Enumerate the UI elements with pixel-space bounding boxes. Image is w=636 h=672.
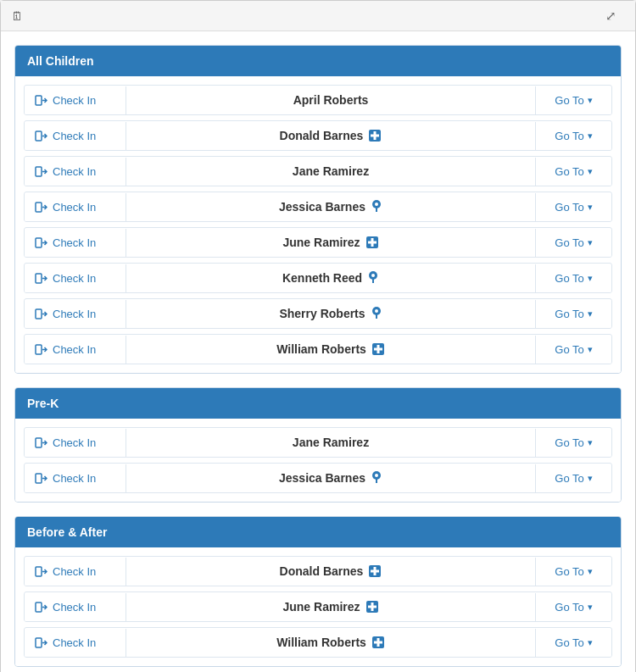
- checkin-button[interactable]: Check In: [25, 229, 126, 257]
- goto-label: Go To: [555, 436, 583, 449]
- checkin-label: Check In: [53, 565, 96, 578]
- name-text: Jane Ramirez: [293, 436, 369, 449]
- checkin-button[interactable]: Check In: [25, 593, 126, 621]
- pin-badge-icon: [371, 307, 382, 320]
- goto-button[interactable]: Go To ▾: [535, 86, 611, 114]
- person-name: Donald Barnes: [126, 557, 535, 586]
- login-icon: [35, 130, 47, 142]
- checkin-label: Check In: [53, 201, 96, 214]
- chevron-down-icon: ▾: [588, 437, 593, 448]
- checkin-button[interactable]: Check In: [25, 300, 126, 328]
- svg-rect-51: [36, 638, 42, 647]
- svg-point-28: [375, 309, 378, 313]
- name-text: June Ramirez: [282, 236, 360, 249]
- goto-label: Go To: [555, 236, 583, 249]
- goto-button[interactable]: Go To ▾: [535, 193, 611, 221]
- goto-button[interactable]: Go To ▾: [535, 158, 611, 186]
- title-bar-controls: ⤢: [597, 8, 625, 24]
- goto-button[interactable]: Go To ▾: [535, 593, 611, 621]
- goto-label: Go To: [555, 272, 583, 285]
- goto-button[interactable]: Go To ▾: [535, 558, 611, 586]
- goto-label: Go To: [555, 201, 583, 214]
- checkin-label: Check In: [53, 601, 96, 614]
- goto-button[interactable]: Go To ▾: [535, 429, 611, 457]
- goto-label: Go To: [555, 565, 583, 578]
- chevron-down-icon: ▾: [588, 602, 593, 613]
- name-text: Jessica Barnes: [279, 200, 365, 214]
- svg-rect-7: [36, 167, 42, 176]
- goto-label: Go To: [555, 636, 583, 649]
- svg-point-23: [371, 274, 375, 277]
- person-name: Jane Ramirez: [126, 428, 535, 457]
- goto-button[interactable]: Go To ▾: [535, 264, 611, 292]
- svg-rect-9: [36, 203, 42, 212]
- svg-rect-29: [36, 345, 42, 354]
- goto-label: Go To: [555, 94, 583, 107]
- pin-badge-icon: [367, 271, 379, 285]
- goto-button[interactable]: Go To ▾: [535, 464, 611, 492]
- checkin-button[interactable]: Check In: [25, 264, 126, 292]
- name-text: William Roberts: [276, 342, 366, 356]
- goto-button[interactable]: Go To ▾: [535, 300, 611, 328]
- svg-rect-41: [36, 567, 42, 576]
- table-row: Check In Donald Barnes Go To ▾: [24, 120, 612, 151]
- checkin-button[interactable]: Check In: [25, 158, 126, 186]
- table-row: Check In Sherry Roberts Go To ▾: [24, 298, 612, 329]
- goto-button[interactable]: Go To ▾: [535, 229, 611, 257]
- table-row: Check In Kenneth Reed Go To ▾: [24, 263, 612, 293]
- expand-icon[interactable]: ⤢: [605, 8, 616, 24]
- med-badge-icon: [365, 600, 379, 614]
- checkin-button[interactable]: Check In: [25, 429, 126, 457]
- svg-rect-34: [36, 438, 42, 447]
- chevron-down-icon: ▾: [588, 566, 593, 577]
- person-name: Kenneth Reed: [126, 264, 535, 292]
- checkin-button[interactable]: Check In: [25, 122, 126, 150]
- goto-button[interactable]: Go To ▾: [535, 629, 611, 657]
- checkin-label: Check In: [53, 130, 96, 142]
- table-row: Check In Jane Ramirez Go To ▾: [24, 427, 612, 458]
- chevron-down-icon: ▾: [588, 344, 593, 355]
- login-icon: [35, 165, 47, 178]
- name-text: Donald Barnes: [280, 129, 364, 142]
- table-row: Check In William Roberts Go To ▾: [24, 334, 612, 364]
- goto-button[interactable]: Go To ▾: [535, 122, 611, 150]
- section-body-before-after: Check In Donald Barnes Go To ▾ Check In …: [15, 547, 621, 666]
- checkin-label: Check In: [53, 636, 96, 649]
- checkin-label: Check In: [53, 472, 96, 485]
- title-bar: 🗓 ⤢: [1, 1, 635, 31]
- checkin-button[interactable]: Check In: [25, 558, 126, 586]
- checkin-button[interactable]: Check In: [25, 629, 126, 657]
- chevron-down-icon: ▾: [588, 273, 593, 284]
- med-badge-icon: [368, 564, 382, 578]
- table-row: Check In William Roberts Go To ▾: [24, 627, 612, 658]
- med-badge-icon: [371, 636, 385, 649]
- table-row: Check In April Roberts Go To ▾: [24, 85, 612, 115]
- section-body-all-children: Check In April Roberts Go To ▾ Check In …: [15, 76, 621, 373]
- svg-rect-2: [36, 131, 42, 141]
- svg-rect-24: [36, 309, 42, 319]
- chevron-down-icon: ▾: [588, 473, 593, 484]
- goto-button[interactable]: Go To ▾: [535, 336, 611, 364]
- chevron-down-icon: ▾: [588, 308, 593, 319]
- checkin-button[interactable]: Check In: [25, 86, 126, 114]
- checkin-button[interactable]: Check In: [25, 464, 126, 492]
- title-bar-left: 🗓: [11, 9, 30, 23]
- svg-rect-19: [36, 274, 42, 283]
- login-icon: [35, 272, 47, 285]
- name-text: Donald Barnes: [280, 564, 364, 578]
- goto-label: Go To: [555, 472, 583, 485]
- checkin-button[interactable]: Check In: [25, 336, 126, 364]
- content-area: All Children Check In April Roberts Go T…: [1, 31, 635, 672]
- checkin-button[interactable]: Check In: [25, 193, 126, 221]
- svg-rect-14: [36, 238, 42, 247]
- chevron-down-icon: ▾: [588, 202, 593, 213]
- name-text: Sherry Roberts: [279, 307, 365, 320]
- person-name: Donald Barnes: [126, 121, 535, 150]
- section-header-all-children: All Children: [15, 46, 621, 76]
- svg-rect-45: [371, 570, 379, 573]
- goto-label: Go To: [555, 343, 583, 356]
- person-name: William Roberts: [126, 335, 535, 364]
- section-pre-k: Pre-K Check In Jane Ramirez Go To ▾ Chec…: [14, 387, 622, 503]
- table-row: Check In Jessica Barnes Go To ▾: [24, 192, 612, 222]
- svg-rect-36: [36, 474, 42, 483]
